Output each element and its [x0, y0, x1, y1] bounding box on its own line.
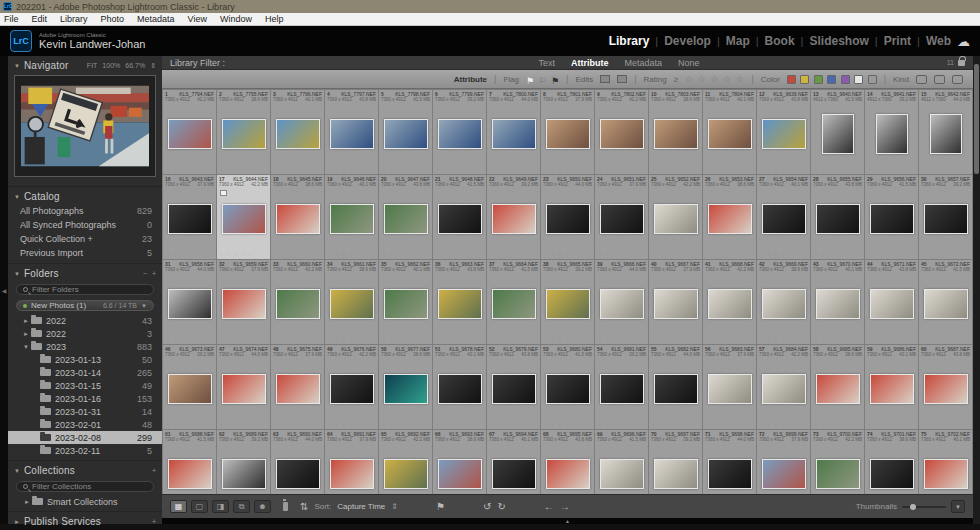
photo-thumbnail[interactable] — [438, 119, 482, 149]
rating-dots[interactable]: · · · · · — [595, 251, 648, 259]
rotate-right-icon[interactable]: ↻ — [497, 501, 505, 512]
disclosure-triangle-icon[interactable]: ► — [21, 318, 31, 324]
rating-dots[interactable]: · · · · · — [703, 251, 756, 259]
photo-thumbnail[interactable] — [492, 119, 536, 149]
grid-cell-KLS_7803.NEF[interactable]: 10KLS_7803.NEF 7360 x 491238.6 MB · · · … — [649, 90, 702, 174]
volume-caret-icon[interactable]: ▼ — [141, 303, 147, 309]
thumbnail-size-slider[interactable] — [902, 506, 946, 508]
menu-metadata[interactable]: Metadata — [137, 14, 175, 24]
collapse-bottom-icon[interactable]: ▲ — [565, 518, 570, 524]
rating-dots[interactable]: · · · · · — [703, 336, 756, 344]
rating-dots[interactable]: · · · · · — [271, 166, 324, 174]
grid-cell-KLS_9670.NEF[interactable]: 43KLS_9670.NEF 7360 x 491240.1 MB · · · … — [811, 260, 864, 344]
rating-dots[interactable]: · · · · · — [433, 421, 486, 429]
photo-thumbnail[interactable] — [876, 114, 908, 154]
photo-thumbnail[interactable] — [546, 204, 590, 234]
grid-cell-KLS_9647.NEF[interactable]: 20KLS_9647.NEF 7360 x 491243.8 MB · · · … — [379, 175, 432, 259]
filmstrip-collapse-gutter[interactable]: ▲ — [162, 518, 973, 524]
grid-cell-KLS_9659.NEF[interactable]: 32KLS_9659.NEF 7360 x 491237.9 MB · · · … — [217, 260, 270, 344]
kind-virtual-copies-icon[interactable] — [934, 75, 945, 84]
photo-thumbnail[interactable] — [600, 459, 644, 489]
photo-thumbnail[interactable] — [438, 289, 482, 319]
grid-cell-KLS_9656.NEF[interactable]: 29KLS_9656.NEF 7360 x 491241.5 MB · · · … — [865, 175, 918, 259]
photo-thumbnail[interactable] — [222, 289, 266, 319]
photo-thumbnail[interactable] — [384, 119, 428, 149]
photo-thumbnail[interactable] — [276, 289, 320, 319]
color-label-swatch-2[interactable] — [814, 75, 823, 84]
photo-thumbnail[interactable] — [816, 289, 860, 319]
photo-thumbnail[interactable] — [762, 204, 806, 234]
photo-thumbnail[interactable] — [762, 119, 806, 149]
photo-thumbnail[interactable] — [654, 119, 698, 149]
rating-dots[interactable]: · · · · · — [379, 251, 432, 259]
grid-cell-KLS_9700.NEF[interactable]: 73KLS_9700.NEF 7360 x 491242.2 MB · · · … — [811, 430, 864, 494]
grid-cell-KLS_7796.NEF[interactable]: 3KLS_7796.NEF 7360 x 491240.1 MB · · · ·… — [271, 90, 324, 174]
grid-cell-KLS_7800.NEF[interactable]: 7KLS_7800.NEF 7360 x 491244.0 MB · · · ·… — [487, 90, 540, 174]
slider-knob[interactable] — [910, 504, 916, 510]
grid-cell-KLS_9702.NEF[interactable]: 75KLS_9702.NEF 7360 x 491240.1 MB · · · … — [919, 430, 972, 494]
remove-folder-button[interactable]: − — [143, 270, 147, 277]
grid-cell-KLS_7795.NEF[interactable]: 2KLS_7795.NEF 7360 x 491238.6 MB · · · ·… — [217, 90, 270, 174]
rotate-left-icon[interactable]: ↺ — [483, 501, 491, 512]
rating-dots[interactable]: · · · · · — [487, 336, 540, 344]
disclosure-triangle-icon[interactable]: ▼ — [14, 468, 20, 474]
zoom-caret-icon[interactable]: ⇕ — [150, 62, 156, 70]
rating-dots[interactable]: · · · · · — [541, 166, 594, 174]
grid-cell-KLS_9662.NEF[interactable]: 35KLS_9662.NEF 7360 x 491240.1 MB · · · … — [379, 260, 432, 344]
catalog-item[interactable]: Previous Import5 — [8, 246, 162, 260]
photo-thumbnail[interactable] — [546, 374, 590, 404]
grid-cell-KLS_9657.NEF[interactable]: 30KLS_9657.NEF 7360 x 491239.2 MB · · · … — [919, 175, 972, 259]
photo-thumbnail[interactable] — [600, 374, 644, 404]
photo-thumbnail[interactable] — [330, 289, 374, 319]
rating-dots[interactable]: · · · · · — [325, 166, 378, 174]
rating-dots[interactable]: · · · · · — [163, 251, 216, 259]
flag-toggle-icon[interactable]: ⚑ — [436, 501, 445, 512]
rating-dots[interactable]: · · · · · — [757, 166, 810, 174]
rating-dots[interactable]: · · · · · — [757, 251, 810, 259]
rating-dots[interactable]: · · · · · — [757, 336, 810, 344]
collapse-left-icon[interactable]: ◀ — [2, 287, 7, 294]
zoom-fit-button[interactable]: FIT — [87, 62, 98, 69]
folder-row-2023-01-31[interactable]: 2023-01-3114 — [8, 405, 162, 418]
rating-stars[interactable]: ☆ ☆ ☆ ☆ ☆ — [685, 74, 744, 84]
photo-thumbnail[interactable] — [276, 374, 320, 404]
filter-tab-none[interactable]: None — [678, 58, 700, 68]
photo-thumbnail[interactable] — [438, 204, 482, 234]
grid-cell-KLS_9691.NEF[interactable]: 64KLS_9691.NEF 7360 x 491237.9 MB · · · … — [325, 430, 378, 494]
grid-cell-KLS_9668.NEF[interactable]: 41KLS_9668.NEF 7360 x 491242.2 MB · · · … — [703, 260, 756, 344]
photo-thumbnail[interactable] — [870, 374, 914, 404]
photo-thumbnail[interactable] — [384, 289, 428, 319]
photo-thumbnail[interactable] — [222, 374, 266, 404]
rating-dots[interactable]: · · · · · — [217, 421, 270, 429]
grid-cell-KLS_9651.NEF[interactable]: 24KLS_9651.NEF 7360 x 491237.9 MB · · · … — [595, 175, 648, 259]
grid-cell-KLS_9686.NEF[interactable]: 59KLS_9686.NEF 7360 x 491240.1 MB · · · … — [865, 345, 918, 429]
grid-cell-KLS_9697.NEF[interactable]: 70KLS_9697.NEF 7360 x 491239.2 MB · · · … — [649, 430, 702, 494]
catalog-item[interactable]: Quick Collection +23 — [8, 232, 162, 246]
grid-cell-KLS_9688.NEF[interactable]: 61KLS_9688.NEF 7360 x 491241.5 MB · · · … — [163, 430, 216, 494]
grid-cell-KLS_9650.NEF[interactable]: 23KLS_9650.NEF 7360 x 491244.0 MB · · · … — [541, 175, 594, 259]
publish-services-header[interactable]: ► Publish Services + — [8, 511, 162, 529]
rating-dots[interactable]: · · · · · — [325, 336, 378, 344]
photo-thumbnail[interactable] — [924, 459, 968, 489]
photo-thumbnail[interactable] — [492, 459, 536, 489]
rating-dots[interactable]: · · · · · — [271, 251, 324, 259]
grid-cell-KLS_9683.NEF[interactable]: 56KLS_9683.NEF 7360 x 491237.9 MB · · · … — [703, 345, 756, 429]
rating-dots[interactable]: · · · · · — [649, 251, 702, 259]
collections-header[interactable]: ▼ Collections + — [8, 460, 162, 478]
photo-thumbnail[interactable] — [762, 374, 806, 404]
filter-collections-input[interactable]: Filter Collections — [16, 481, 154, 492]
color-label-swatch-6[interactable] — [868, 75, 877, 84]
grid-cell-KLS_9667.NEF[interactable]: 40KLS_9667.NEF 7360 x 491237.9 MB · · · … — [649, 260, 702, 344]
grid-cell-KLS_7804.NEF[interactable]: 11KLS_7804.NEF 7360 x 491240.1 MB · · · … — [703, 90, 756, 174]
photo-thumbnail[interactable] — [708, 374, 752, 404]
rating-dots[interactable]: · · · · · — [487, 166, 540, 174]
rating-dots[interactable]: · · · · · — [163, 421, 216, 429]
menu-window[interactable]: Window — [220, 14, 252, 24]
rating-dots[interactable]: · · · · · — [379, 336, 432, 344]
rating-dots[interactable]: · · · · · — [595, 421, 648, 429]
catalog-item[interactable]: All Photographs829 — [8, 204, 162, 218]
module-tab-print[interactable]: Print — [884, 34, 911, 48]
rating-dots[interactable]: · · · · · — [919, 166, 972, 174]
add-publish-service-button[interactable]: + — [152, 518, 156, 525]
flag-filter-icon-2[interactable]: ⚑ — [551, 76, 559, 86]
